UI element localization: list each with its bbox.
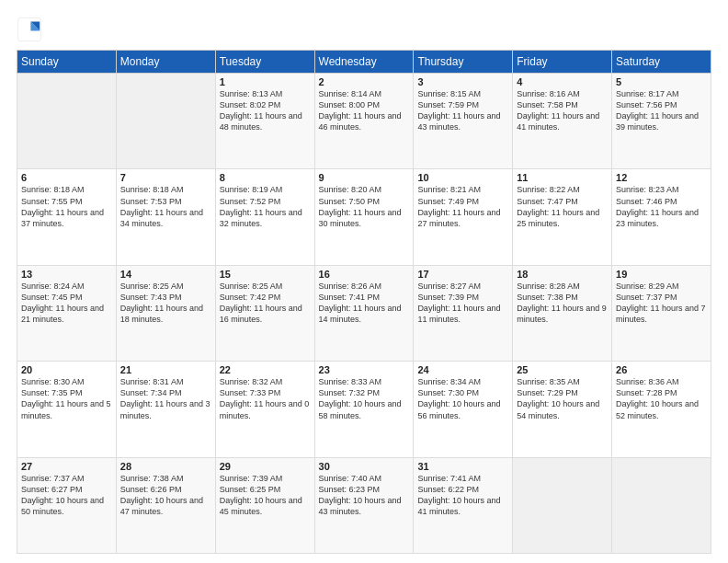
cell-content: Sunrise: 8:18 AM Sunset: 7:55 PM Dayligh…	[21, 184, 112, 229]
cell-content: Sunrise: 8:35 AM Sunset: 7:29 PM Dayligh…	[517, 376, 608, 421]
calendar-cell: 3Sunrise: 8:15 AM Sunset: 7:59 PM Daylig…	[414, 74, 513, 169]
calendar-cell	[513, 457, 612, 553]
cell-content: Sunrise: 8:25 AM Sunset: 7:43 PM Dayligh…	[120, 281, 211, 326]
calendar-cell: 19Sunrise: 8:29 AM Sunset: 7:37 PM Dayli…	[612, 265, 711, 361]
day-of-week-header: Sunday	[17, 51, 117, 74]
calendar-cell: 1Sunrise: 8:13 AM Sunset: 8:02 PM Daylig…	[215, 74, 314, 169]
calendar-cell: 4Sunrise: 8:16 AM Sunset: 7:58 PM Daylig…	[513, 74, 612, 169]
cell-content: Sunrise: 8:16 AM Sunset: 7:58 PM Dayligh…	[517, 88, 608, 133]
cell-content: Sunrise: 8:27 AM Sunset: 7:39 PM Dayligh…	[417, 281, 508, 326]
day-number: 21	[120, 364, 211, 375]
cell-content: Sunrise: 7:37 AM Sunset: 6:27 PM Dayligh…	[21, 473, 112, 518]
cell-content: Sunrise: 8:22 AM Sunset: 7:47 PM Dayligh…	[517, 184, 608, 229]
calendar-cell: 31Sunrise: 7:41 AM Sunset: 6:22 PM Dayli…	[414, 457, 513, 553]
day-number: 23	[319, 364, 410, 375]
day-number: 16	[319, 269, 410, 280]
calendar-cell: 10Sunrise: 8:21 AM Sunset: 7:49 PM Dayli…	[414, 169, 513, 265]
day-number: 1	[220, 76, 311, 87]
cell-content: Sunrise: 8:18 AM Sunset: 7:53 PM Dayligh…	[120, 184, 211, 229]
day-of-week-header: Thursday	[414, 51, 513, 74]
cell-content: Sunrise: 7:40 AM Sunset: 6:23 PM Dayligh…	[319, 473, 410, 518]
cell-content: Sunrise: 8:32 AM Sunset: 7:33 PM Dayligh…	[220, 376, 311, 421]
calendar-cell: 28Sunrise: 7:38 AM Sunset: 6:26 PM Dayli…	[116, 457, 215, 553]
day-number: 22	[220, 364, 311, 375]
calendar-cell: 20Sunrise: 8:30 AM Sunset: 7:35 PM Dayli…	[17, 362, 117, 457]
day-number: 15	[220, 269, 311, 280]
cell-content: Sunrise: 7:38 AM Sunset: 6:26 PM Dayligh…	[120, 473, 211, 518]
calendar-cell: 29Sunrise: 7:39 AM Sunset: 6:25 PM Dayli…	[215, 457, 314, 553]
day-number: 14	[120, 269, 211, 280]
day-number: 28	[120, 461, 211, 472]
general-blue-icon	[17, 17, 42, 42]
day-number: 11	[517, 172, 608, 183]
calendar-cell	[612, 457, 711, 553]
cell-content: Sunrise: 8:30 AM Sunset: 7:35 PM Dayligh…	[21, 376, 112, 421]
day-number: 5	[616, 76, 707, 87]
header	[17, 17, 711, 42]
day-number: 30	[319, 461, 410, 472]
cell-content: Sunrise: 8:33 AM Sunset: 7:32 PM Dayligh…	[319, 376, 410, 421]
day-number: 2	[319, 76, 410, 87]
cell-content: Sunrise: 8:23 AM Sunset: 7:46 PM Dayligh…	[616, 184, 707, 229]
day-number: 17	[417, 269, 508, 280]
cell-content: Sunrise: 7:41 AM Sunset: 6:22 PM Dayligh…	[417, 473, 508, 518]
day-number: 10	[417, 172, 508, 183]
calendar-cell: 8Sunrise: 8:19 AM Sunset: 7:52 PM Daylig…	[215, 169, 314, 265]
calendar-cell: 25Sunrise: 8:35 AM Sunset: 7:29 PM Dayli…	[513, 362, 612, 457]
day-of-week-header: Wednesday	[314, 51, 414, 74]
calendar-cell: 18Sunrise: 8:28 AM Sunset: 7:38 PM Dayli…	[513, 265, 612, 361]
day-number: 29	[220, 461, 311, 472]
day-of-week-header: Saturday	[612, 51, 711, 74]
calendar-cell: 6Sunrise: 8:18 AM Sunset: 7:55 PM Daylig…	[17, 169, 117, 265]
day-of-week-header: Tuesday	[215, 51, 314, 74]
day-number: 6	[21, 172, 112, 183]
calendar-cell: 16Sunrise: 8:26 AM Sunset: 7:41 PM Dayli…	[314, 265, 414, 361]
cell-content: Sunrise: 8:28 AM Sunset: 7:38 PM Dayligh…	[517, 281, 608, 326]
day-number: 7	[120, 172, 211, 183]
logo	[17, 17, 46, 42]
day-number: 12	[616, 172, 707, 183]
day-of-week-header: Monday	[116, 51, 215, 74]
cell-content: Sunrise: 8:36 AM Sunset: 7:28 PM Dayligh…	[616, 376, 707, 421]
day-number: 31	[417, 461, 508, 472]
cell-content: Sunrise: 8:34 AM Sunset: 7:30 PM Dayligh…	[417, 376, 508, 421]
calendar-cell: 12Sunrise: 8:23 AM Sunset: 7:46 PM Dayli…	[612, 169, 711, 265]
calendar: SundayMondayTuesdayWednesdayThursdayFrid…	[17, 50, 711, 554]
calendar-cell: 7Sunrise: 8:18 AM Sunset: 7:53 PM Daylig…	[116, 169, 215, 265]
calendar-cell: 11Sunrise: 8:22 AM Sunset: 7:47 PM Dayli…	[513, 169, 612, 265]
calendar-cell	[116, 74, 215, 169]
calendar-cell: 26Sunrise: 8:36 AM Sunset: 7:28 PM Dayli…	[612, 362, 711, 457]
day-number: 13	[21, 269, 112, 280]
cell-content: Sunrise: 8:29 AM Sunset: 7:37 PM Dayligh…	[616, 281, 707, 326]
day-of-week-header: Friday	[513, 51, 612, 74]
cell-content: Sunrise: 8:17 AM Sunset: 7:56 PM Dayligh…	[616, 88, 707, 133]
cell-content: Sunrise: 7:39 AM Sunset: 6:25 PM Dayligh…	[220, 473, 311, 518]
day-number: 3	[417, 76, 508, 87]
calendar-cell: 21Sunrise: 8:31 AM Sunset: 7:34 PM Dayli…	[116, 362, 215, 457]
day-number: 20	[21, 364, 112, 375]
day-number: 27	[21, 461, 112, 472]
cell-content: Sunrise: 8:25 AM Sunset: 7:42 PM Dayligh…	[220, 281, 311, 326]
calendar-cell: 15Sunrise: 8:25 AM Sunset: 7:42 PM Dayli…	[215, 265, 314, 361]
calendar-cell: 27Sunrise: 7:37 AM Sunset: 6:27 PM Dayli…	[17, 457, 117, 553]
calendar-cell: 17Sunrise: 8:27 AM Sunset: 7:39 PM Dayli…	[414, 265, 513, 361]
calendar-cell: 2Sunrise: 8:14 AM Sunset: 8:00 PM Daylig…	[314, 74, 414, 169]
cell-content: Sunrise: 8:15 AM Sunset: 7:59 PM Dayligh…	[417, 88, 508, 133]
cell-content: Sunrise: 8:20 AM Sunset: 7:50 PM Dayligh…	[319, 184, 410, 229]
calendar-cell	[17, 74, 117, 169]
day-number: 9	[319, 172, 410, 183]
calendar-cell: 23Sunrise: 8:33 AM Sunset: 7:32 PM Dayli…	[314, 362, 414, 457]
cell-content: Sunrise: 8:21 AM Sunset: 7:49 PM Dayligh…	[417, 184, 508, 229]
calendar-cell: 5Sunrise: 8:17 AM Sunset: 7:56 PM Daylig…	[612, 74, 711, 169]
day-number: 25	[517, 364, 608, 375]
cell-content: Sunrise: 8:13 AM Sunset: 8:02 PM Dayligh…	[220, 88, 311, 133]
day-number: 4	[517, 76, 608, 87]
day-number: 8	[220, 172, 311, 183]
calendar-cell: 24Sunrise: 8:34 AM Sunset: 7:30 PM Dayli…	[414, 362, 513, 457]
cell-content: Sunrise: 8:24 AM Sunset: 7:45 PM Dayligh…	[21, 281, 112, 326]
day-number: 24	[417, 364, 508, 375]
day-number: 18	[517, 269, 608, 280]
calendar-cell: 14Sunrise: 8:25 AM Sunset: 7:43 PM Dayli…	[116, 265, 215, 361]
calendar-cell: 22Sunrise: 8:32 AM Sunset: 7:33 PM Dayli…	[215, 362, 314, 457]
day-number: 19	[616, 269, 707, 280]
